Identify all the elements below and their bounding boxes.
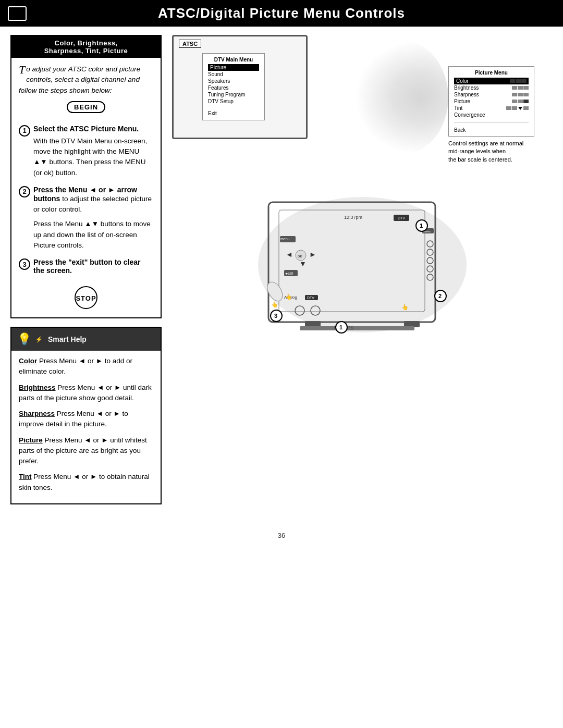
picture-bar: [512, 100, 529, 103]
page-number: 36: [0, 532, 563, 539]
help-item-color: Color Press Menu ◄ or ► to add or elimin…: [19, 356, 153, 377]
right-column: ATSC DTV Main Menu Picture Sound Speaker…: [172, 35, 553, 513]
svg-text:👆: 👆: [401, 303, 409, 311]
controls-section-header: Color, Brightness, Sharpness, Tint, Pict…: [11, 36, 161, 58]
color-bar: [510, 79, 527, 83]
menu-item-speakers: Speakers: [208, 78, 259, 84]
tv-icon: [8, 6, 27, 21]
svg-text:DTV: DTV: [307, 296, 314, 300]
left-column: Color, Brightness, Sharpness, Tint, Pict…: [10, 35, 162, 513]
page-header: ATSC/Digital Picture Menu Controls: [0, 0, 563, 27]
smart-help-box: 💡 ⚡ Smart Help Color Press Menu ◄ or ► t…: [10, 327, 162, 504]
sharpness-bar: [512, 93, 529, 96]
svg-text:►: ►: [309, 250, 316, 258]
svg-text:▼: ▼: [299, 260, 307, 268]
tint-bar: [506, 106, 529, 110]
menu-item-tuning: Tuning Program: [208, 91, 259, 98]
step-1-number: 1: [19, 125, 30, 137]
svg-text:3: 3: [274, 313, 277, 319]
help-item-sharpness: Sharpness Press Menu ◄ or ► to improve d…: [19, 409, 153, 430]
main-content: Color, Brightness, Sharpness, Tint, Pict…: [0, 27, 563, 521]
step-1: 1 Select the ATSC Picture Menu. With the…: [19, 125, 153, 178]
atsc-screen-area: ATSC DTV Main Menu Picture Sound Speaker…: [172, 35, 438, 164]
controls-section-content: T o adjust your ATSC color and picture c…: [11, 58, 161, 317]
svg-text:DTV: DTV: [398, 216, 405, 220]
drop-cap: T: [19, 64, 25, 76]
picture-menu-sharpness: Sharpness: [454, 91, 529, 98]
help-item-tint: Tint Press Menu ◄ or ► to obtain natural…: [19, 472, 153, 493]
controls-section-box: Color, Brightness, Sharpness, Tint, Pict…: [10, 35, 162, 318]
svg-text:👆: 👆: [285, 293, 292, 300]
picture-menu-picture: Picture: [454, 98, 529, 105]
svg-text:👆: 👆: [271, 301, 278, 308]
step-3-content: Press the "exit" button to clear the scr…: [33, 258, 153, 275]
atsc-label: ATSC: [179, 40, 201, 48]
bulb-icon: 💡: [17, 330, 31, 348]
picture-menu-back: Back: [454, 127, 529, 133]
help-item-picture: Picture Press Menu ◄ or ► until whitest …: [19, 435, 153, 467]
step-1-content: Select the ATSC Picture Menu. With the D…: [33, 125, 153, 178]
menu-item-sound: Sound: [208, 71, 259, 78]
menu-item-exit: Exit: [208, 110, 259, 117]
brightness-bar: [512, 86, 529, 90]
menu-item-picture: Picture: [208, 64, 259, 71]
help-brightness-title: Brightness: [19, 384, 56, 391]
page-title: ATSC/Digital Picture Menu Controls: [158, 5, 405, 21]
remote-diagram: 12:37pm DTV menu menu ◄: [237, 181, 487, 327]
svg-text:1: 1: [339, 324, 342, 330]
help-item-brightness: Brightness Press Menu ◄ or ► until dark …: [19, 382, 153, 404]
picture-menu-title: Picture Menu: [454, 70, 529, 76]
menu-item-dtv-setup: DTV Setup: [208, 98, 259, 105]
svg-text:1: 1: [420, 223, 423, 229]
picture-menu-brightness: Brightness: [454, 84, 529, 91]
step-1-body: With the DTV Main Menu on-screen, move t…: [33, 136, 153, 178]
picture-menu-caption: Control settings are at normal mid-range…: [448, 140, 534, 164]
picture-menu-box: Picture Menu Color Brightness: [448, 66, 534, 137]
step-1-title: Select the ATSC Picture Menu.: [33, 125, 139, 133]
help-picture-title: Picture: [19, 436, 43, 444]
picture-menu-area: Picture Menu Color Brightness: [448, 35, 553, 164]
svg-text:12:37pm: 12:37pm: [344, 215, 362, 220]
intro-text: T o adjust your ATSC color and picture c…: [19, 64, 153, 96]
step-3-title: Press the "exit" button to clear the scr…: [33, 258, 140, 275]
step-2-number: 2: [19, 186, 30, 198]
picture-menu-tint: Tint: [454, 105, 529, 112]
step-2-body2: Press the Menu ▲▼ buttons to move up and…: [33, 219, 153, 251]
help-tint-body: Press Menu ◄ or ► to obtain natural skin…: [19, 473, 150, 491]
svg-text:ok: ok: [298, 254, 302, 258]
right-top-section: ATSC DTV Main Menu Picture Sound Speaker…: [172, 35, 553, 164]
svg-text:menu: menu: [280, 237, 290, 241]
step-2-content: Press the Menu ◄ or ► arrow buttons to a…: [33, 186, 153, 251]
svg-text:◄: ◄: [286, 250, 293, 258]
smart-help-title: Smart Help: [48, 335, 87, 343]
help-color-title: Color: [19, 357, 37, 365]
smart-help-header: 💡 ⚡ Smart Help: [11, 328, 161, 351]
svg-text:●exit: ●exit: [285, 272, 293, 275]
tint-pointer: [518, 107, 522, 110]
menu-divider: [454, 122, 529, 123]
step-2: 2 Press the Menu ◄ or ► arrow buttons to…: [19, 186, 153, 251]
picture-menu-color: Color: [454, 78, 529, 84]
begin-badge: BEGIN: [67, 101, 105, 113]
atsc-tv-screen: ATSC DTV Main Menu Picture Sound Speaker…: [172, 35, 308, 139]
step-3-number: 3: [19, 258, 30, 270]
dtv-main-menu: DTV Main Menu Picture Sound Speakers Fea…: [202, 53, 265, 120]
menu-item-features: Features: [208, 84, 259, 91]
svg-text:2: 2: [438, 293, 442, 299]
picture-menu-convergence: Convergence: [454, 112, 529, 118]
stop-badge: STOP: [75, 286, 97, 309]
remote-svg: 12:37pm DTV menu menu ◄: [237, 181, 487, 343]
dtv-menu-title: DTV Main Menu: [208, 57, 259, 63]
help-sharpness-title: Sharpness: [19, 410, 55, 417]
svg-rect-5: [300, 326, 414, 330]
step-3: 3 Press the "exit" button to clear the s…: [19, 258, 153, 275]
smart-help-content: Color Press Menu ◄ or ► to add or elimin…: [11, 351, 161, 503]
help-tint-title: Tint: [19, 473, 32, 480]
